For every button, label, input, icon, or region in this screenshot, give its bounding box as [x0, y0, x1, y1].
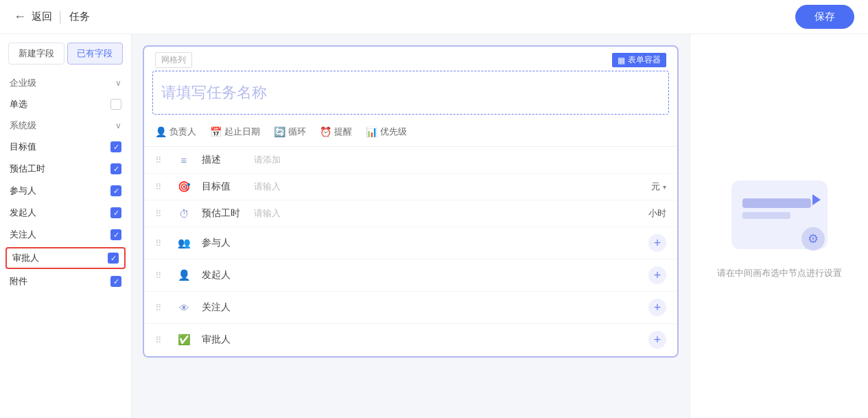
- field-label-approver-row: 审批人: [202, 334, 243, 346]
- form-badge-label: 表单容器: [628, 54, 661, 66]
- drag-handle-estimate-icon[interactable]: ⠿: [155, 209, 166, 219]
- tab-new-field[interactable]: 新建字段: [8, 43, 64, 65]
- qa-priority-label: 优先级: [380, 126, 407, 138]
- bell-icon: ⏰: [320, 126, 331, 137]
- field-label-initiator: 发起人: [10, 207, 36, 219]
- field-label-single-select: 单选: [10, 98, 27, 111]
- description-icon: ≡: [177, 154, 191, 166]
- checkbox-target[interactable]: ✓: [110, 141, 121, 152]
- illus-gear-icon: ⚙: [801, 227, 825, 251]
- estimate-icon: ⏱: [177, 208, 191, 220]
- task-name-area[interactable]: 请填写任务名称: [152, 71, 669, 115]
- grid-label-row: 网格列 ▦ 表单容器: [144, 47, 677, 71]
- field-label-description: 描述: [202, 154, 243, 166]
- chevron-down-icon-system: ∨: [115, 121, 121, 130]
- checkbox-estimate[interactable]: ✓: [110, 163, 121, 174]
- field-label-participant-row: 参与人: [202, 237, 243, 249]
- add-approver-button[interactable]: +: [648, 331, 666, 349]
- form-card: 网格列 ▦ 表单容器 请填写任务名称 👤 负责人 📅 起止日期: [143, 45, 679, 358]
- add-follower-button[interactable]: +: [648, 299, 666, 316]
- drag-handle-icon[interactable]: ⠿: [155, 155, 166, 165]
- drag-handle-approver-icon[interactable]: ⠿: [155, 335, 166, 345]
- qa-assignee-label: 负责人: [169, 126, 196, 138]
- checkbox-approver[interactable]: ✓: [108, 253, 119, 264]
- qa-reminder[interactable]: ⏰ 提醒: [320, 126, 352, 138]
- calendar-icon: 📅: [210, 126, 222, 137]
- qa-recur[interactable]: 🔄 循环: [274, 126, 306, 138]
- add-participant-button[interactable]: +: [648, 234, 666, 252]
- qa-priority[interactable]: 📊 优先级: [366, 126, 407, 138]
- add-initiator-button[interactable]: +: [648, 266, 666, 284]
- checkbox-single-select[interactable]: [110, 99, 121, 110]
- person-icon: 👤: [155, 126, 167, 137]
- illus-card1: [742, 198, 811, 208]
- header-left: ← 返回 │ 任务: [14, 10, 90, 24]
- checkbox-participant[interactable]: ✓: [110, 185, 121, 196]
- qa-recur-label: 循环: [288, 126, 306, 138]
- approver-icon: ✅: [177, 334, 191, 346]
- qa-reminder-label: 提醒: [334, 126, 352, 138]
- field-item-attachment: 附件 ✓: [0, 270, 131, 292]
- field-label-participant: 参与人: [10, 185, 36, 197]
- grid-label: 网格列: [155, 52, 192, 68]
- field-item-follower: 关注人 ✓: [0, 224, 131, 246]
- recur-icon: 🔄: [274, 126, 285, 137]
- tab-row: 新建字段 已有字段: [0, 43, 131, 65]
- header: ← 返回 │ 任务 保存: [0, 0, 868, 34]
- priority-icon: 📊: [366, 126, 377, 137]
- drag-handle-participant-icon[interactable]: ⠿: [155, 238, 166, 248]
- target-icon: 🎯: [177, 181, 191, 193]
- task-name-placeholder: 请填写任务名称: [161, 84, 267, 101]
- field-label-target: 目标值: [10, 141, 36, 153]
- form-container-badge: ▦ 表单容器: [612, 53, 666, 67]
- checkbox-follower[interactable]: ✓: [110, 229, 121, 240]
- center-area: 网格列 ▦ 表单容器 请填写任务名称 👤 负责人 📅 起止日期: [132, 34, 690, 418]
- field-placeholder-target: 请输入: [254, 181, 640, 193]
- field-row-follower: ⠿ 👁 关注人 +: [144, 292, 677, 324]
- section-enterprise[interactable]: 企业级 ∨: [0, 73, 131, 93]
- field-label-estimate: 预估工时: [10, 163, 45, 175]
- field-label-target-val: 目标值: [202, 181, 243, 193]
- field-row-participant: ⠿ 👥 参与人 +: [144, 227, 677, 259]
- field-item-participant: 参与人 ✓: [0, 180, 131, 202]
- tab-existing-field[interactable]: 已有字段: [67, 43, 124, 65]
- field-item-initiator: 发起人 ✓: [0, 202, 131, 224]
- section-system[interactable]: 系统级 ∨: [0, 115, 131, 136]
- save-button[interactable]: 保存: [795, 5, 854, 29]
- field-item-target: 目标值 ✓: [0, 136, 131, 158]
- illus-arrow-icon: [812, 194, 821, 205]
- qa-assignee[interactable]: 👤 负责人: [155, 126, 196, 138]
- checkbox-initiator[interactable]: ✓: [110, 207, 121, 218]
- field-label-estimate-row: 预估工时: [202, 207, 243, 220]
- quick-actions: 👤 负责人 📅 起止日期 🔄 循环 ⏰ 提醒 📊 优先级: [144, 120, 677, 147]
- illustration: ⚙: [725, 174, 834, 256]
- field-unit-target[interactable]: 元 ▾: [651, 181, 666, 193]
- drag-handle-target-icon[interactable]: ⠿: [155, 182, 166, 192]
- field-row-description: ⠿ ≡ 描述 请添加: [144, 147, 677, 174]
- drag-handle-initiator-icon[interactable]: ⠿: [155, 270, 166, 281]
- field-item-single-select: 单选: [0, 93, 131, 115]
- checkbox-attachment[interactable]: ✓: [110, 276, 121, 287]
- dropdown-arrow-icon: ▾: [663, 183, 666, 191]
- qa-date[interactable]: 📅 起止日期: [210, 126, 260, 138]
- field-item-approver: 审批人 ✓: [5, 247, 126, 269]
- field-placeholder-description: 请添加: [254, 154, 666, 166]
- right-panel: ⚙ 请在中间画布选中节点进行设置: [690, 34, 868, 418]
- initiator-icon: 👤: [177, 269, 191, 281]
- field-row-approver: ⠿ ✅ 审批人 +: [144, 324, 677, 356]
- field-label-follower-row: 关注人: [202, 301, 243, 314]
- left-sidebar: 新建字段 已有字段 企业级 ∨ 单选 系统级 ∨ 目标值 ✓ 预估工时 ✓ 参与…: [0, 34, 132, 418]
- field-label-approver: 审批人: [12, 252, 39, 264]
- field-placeholder-estimate: 请输入: [254, 207, 637, 220]
- back-label[interactable]: 返回: [32, 10, 52, 23]
- section-enterprise-label: 企业级: [10, 77, 36, 89]
- drag-handle-follower-icon[interactable]: ⠿: [155, 303, 166, 313]
- follower-icon: 👁: [177, 302, 191, 314]
- main-layout: 新建字段 已有字段 企业级 ∨ 单选 系统级 ∨ 目标值 ✓ 预估工时 ✓ 参与…: [0, 34, 868, 418]
- field-label-follower: 关注人: [10, 229, 36, 241]
- section-system-label: 系统级: [10, 119, 36, 132]
- back-arrow-icon[interactable]: ←: [14, 10, 26, 24]
- field-row-initiator: ⠿ 👤 发起人 +: [144, 259, 677, 292]
- page-title: 任务: [69, 10, 90, 23]
- form-icon: ▦: [618, 56, 625, 65]
